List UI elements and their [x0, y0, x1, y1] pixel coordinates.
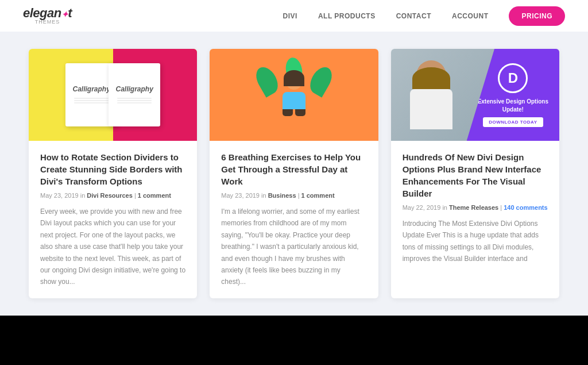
card-1-title[interactable]: How to Rotate Section Dividers to Create…: [40, 151, 185, 187]
calligraphy-thumb: Calligraphy Calligraphy: [29, 49, 197, 141]
card-3-comments[interactable]: 140 comments: [504, 204, 547, 211]
card-1-body: How to Rotate Section Dividers to Create…: [29, 141, 197, 298]
card-2: 6 Breathing Exercises to Help You Get Th…: [210, 49, 378, 298]
card-3-excerpt: Introducing The Most Extensive Divi Opti…: [403, 218, 548, 265]
divi-d-letter: D: [508, 70, 518, 86]
divi-circle: D: [498, 63, 528, 93]
card-3-in: in: [442, 204, 449, 211]
nav-links: DIVI ALL PRODUCTS CONTACT ACCOUNT PRICIN…: [283, 6, 565, 26]
person-torso: [283, 92, 305, 109]
card-3-date: May 22, 2019: [403, 204, 441, 211]
person-head: [286, 74, 302, 90]
card-3-title[interactable]: Hundreds Of New Divi Design Options Plus…: [403, 151, 548, 199]
card-2-body: 6 Breathing Exercises to Help You Get Th…: [210, 141, 378, 298]
book-right: Calligraphy: [109, 63, 160, 126]
card-1-meta: May 23, 2019 in Divi Resources | 1 comme…: [40, 192, 185, 199]
card-2-meta: May 23, 2019 in Business | 1 comment: [221, 192, 366, 199]
sil-hair: [412, 67, 450, 89]
bottom-black-bar: [0, 316, 588, 365]
card-2-thumbnail[interactable]: [210, 49, 378, 141]
card-2-title[interactable]: 6 Breathing Exercises to Help You Get Th…: [221, 151, 366, 187]
card-1-category[interactable]: Divi Resources: [87, 192, 132, 199]
divi-download-button[interactable]: DOWNLOAD TODAY: [483, 117, 543, 127]
content-area: Calligraphy Calligraphy: [0, 32, 588, 316]
card-3-meta: May 22, 2019 in Theme Releases | 140 com…: [403, 204, 548, 211]
card-1-excerpt: Every week, we provide you with new and …: [40, 206, 185, 288]
sil-body: [410, 89, 452, 129]
leaf-left: [252, 63, 283, 97]
divi-overlay-title: Extensive Design Options Update!: [467, 98, 559, 114]
meditation-thumb: [210, 49, 378, 141]
logo[interactable]: elegan✦t themes: [23, 7, 72, 25]
leaf-right: [306, 63, 336, 97]
card-3-category[interactable]: Theme Releases: [449, 204, 498, 211]
card-1-thumbnail[interactable]: Calligraphy Calligraphy: [29, 49, 197, 141]
card-1-date: May 23, 2019: [40, 192, 79, 199]
card-1-comments[interactable]: 1 comment: [138, 192, 171, 199]
nav-contact[interactable]: CONTACT: [396, 12, 431, 20]
divi-person: [394, 49, 469, 141]
logo-sub: themes: [35, 20, 60, 25]
person-legs: [283, 109, 305, 116]
divi-thumb: D Extensive Design Options Update! DOWNL…: [391, 49, 559, 141]
card-2-comments[interactable]: 1 comment: [301, 192, 335, 199]
nav-divi[interactable]: DIVI: [283, 12, 297, 20]
logo-text: elegan✦t: [23, 7, 72, 20]
card-2-in: in: [261, 192, 268, 199]
nav-account[interactable]: ACCOUNT: [452, 12, 489, 20]
leg-left: [283, 109, 293, 116]
meditation-person: [283, 74, 305, 116]
card-1-in: in: [80, 192, 87, 199]
meditation-figure: [268, 63, 320, 126]
navbar: elegan✦t themes DIVI ALL PRODUCTS CONTAC…: [0, 0, 588, 32]
leg-right: [295, 109, 305, 116]
person-hair: [284, 70, 304, 86]
card-3-thumbnail[interactable]: D Extensive Design Options Update! DOWNL…: [391, 49, 559, 141]
card-2-category[interactable]: Business: [268, 192, 296, 199]
logo-star: ✦: [61, 10, 68, 19]
card-1: Calligraphy Calligraphy: [29, 49, 197, 298]
card-2-excerpt: I'm a lifelong worrier, and some of my e…: [221, 206, 366, 288]
card-2-date: May 23, 2019: [221, 192, 260, 199]
card-3-body: Hundreds Of New Divi Design Options Plus…: [391, 141, 559, 275]
cards-grid: Calligraphy Calligraphy: [29, 49, 559, 298]
pricing-button[interactable]: PRICING: [509, 6, 565, 26]
card-3: D Extensive Design Options Update! DOWNL…: [391, 49, 559, 298]
nav-all-products[interactable]: ALL PRODUCTS: [318, 12, 376, 20]
